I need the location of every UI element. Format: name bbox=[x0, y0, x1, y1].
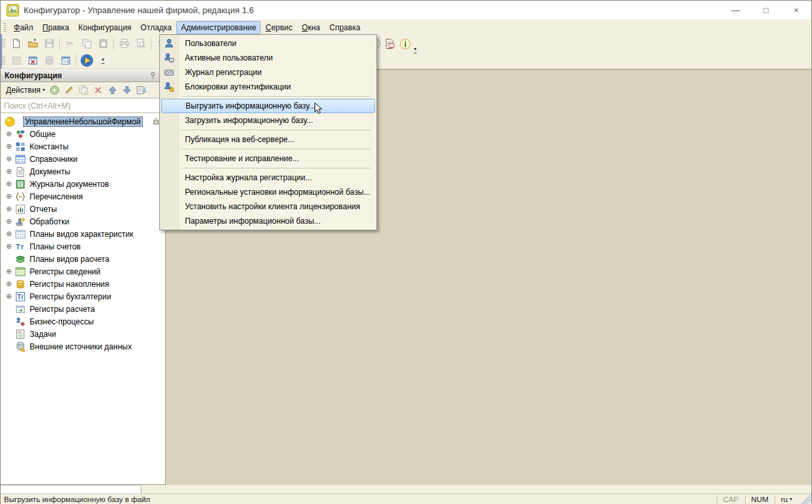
menu-item-dump-infobase[interactable]: Выгрузить информационную базу... bbox=[161, 99, 375, 113]
menu-item-restore-infobase[interactable]: Загрузить информационную базу... bbox=[160, 113, 376, 128]
form-button[interactable] bbox=[57, 53, 74, 68]
tree-item-constants[interactable]: ⊕Константы bbox=[1, 140, 165, 153]
search-row: × bbox=[1, 98, 165, 113]
menu-administration[interactable]: Администрирование bbox=[176, 21, 261, 34]
expand-icon[interactable]: ⊕ bbox=[6, 180, 15, 188]
move-up-button[interactable] bbox=[105, 84, 120, 96]
info-dropdown-button[interactable]: ▾ bbox=[414, 41, 417, 53]
toolbar-grip[interactable] bbox=[2, 39, 5, 48]
tree-item-charts-of-calculation-types[interactable]: Планы видов расчета bbox=[1, 253, 165, 265]
tree-item-information-registers[interactable]: ⊕Регистры сведений bbox=[1, 265, 165, 278]
start-debugging-button[interactable] bbox=[78, 53, 95, 68]
info-button[interactable] bbox=[399, 38, 411, 53]
tree-item-charts-of-characteristic-types[interactable]: ⊕Планы видов характеристик bbox=[1, 228, 165, 240]
expand-icon[interactable]: ⊕ bbox=[6, 167, 15, 176]
sort-button[interactable] bbox=[134, 84, 149, 96]
tree-item-data-processors[interactable]: ⊕Обработки bbox=[1, 215, 165, 228]
close-button[interactable]: × bbox=[781, 1, 811, 20]
language-selector[interactable]: ru▾ bbox=[774, 495, 798, 504]
tree-item-tasks[interactable]: Задачи bbox=[1, 328, 165, 340]
actions-menu-button[interactable]: Действия▾ bbox=[4, 84, 47, 96]
tree-item-accumulation-registers[interactable]: ⊕Регистры накопления bbox=[1, 278, 165, 290]
tree-item-accounting-registers[interactable]: ⊕ТгРегистры бухгалтерии bbox=[1, 290, 165, 303]
scissors-icon: ✂ bbox=[66, 38, 74, 49]
tree-item-external-data-sources[interactable]: Внешние источники данных bbox=[1, 340, 165, 353]
menu-item-web-publishing[interactable]: Публикация на веб-сервере... bbox=[160, 132, 376, 147]
menu-service[interactable]: Сервис bbox=[261, 21, 297, 34]
maximize-button[interactable]: □ bbox=[751, 1, 781, 20]
delete-button[interactable] bbox=[91, 84, 105, 96]
menu-item-licensing-client-settings[interactable]: Установить настройки клиента лицензирова… bbox=[160, 199, 376, 214]
caps-lock-indicator: CAP bbox=[717, 495, 745, 504]
expand-icon[interactable]: ⊕ bbox=[6, 242, 15, 251]
expand-icon[interactable]: ⊕ bbox=[6, 217, 15, 226]
toolbar-grip[interactable] bbox=[2, 56, 5, 65]
lock-icon bbox=[153, 117, 159, 126]
menu-help[interactable]: Справка bbox=[324, 21, 365, 34]
tree-item-documents[interactable]: ⊕Документы bbox=[1, 165, 165, 178]
tree-item-document-journals[interactable]: ⊕Журналы документов bbox=[1, 178, 165, 190]
expand-icon[interactable]: ⊕ bbox=[6, 292, 15, 301]
menu-item-event-log-settings[interactable]: Настройка журнала регистрации... bbox=[160, 170, 376, 185]
tree-item-enums[interactable]: ⊕Перечисления bbox=[1, 190, 165, 203]
tree-item-business-processes[interactable]: Бизнес-процессы bbox=[1, 315, 165, 328]
menu-item-active-users[interactable]: Активные пользователи bbox=[160, 51, 376, 65]
menu-windows[interactable]: Окна bbox=[297, 21, 325, 34]
menu-item-users[interactable]: Пользователи bbox=[160, 36, 376, 51]
cut-button[interactable]: ✂ bbox=[62, 36, 78, 51]
tree-item-calculation-registers[interactable]: Регистры расчета bbox=[1, 303, 165, 315]
expand-icon[interactable]: ⊕ bbox=[6, 192, 15, 201]
tree-root-item[interactable]: УправлениеНебольшойФирмой bbox=[1, 115, 165, 128]
save-button[interactable] bbox=[41, 36, 57, 51]
expand-icon[interactable]: ⊕ bbox=[6, 130, 15, 138]
expand-icon[interactable]: ⊕ bbox=[6, 205, 15, 213]
open-button[interactable] bbox=[24, 36, 41, 51]
menu-item-auth-locks[interactable]: Блокировки аутентификации bbox=[160, 80, 376, 94]
expand-icon[interactable]: ⊕ bbox=[6, 230, 15, 238]
paste-button[interactable] bbox=[95, 36, 111, 51]
pin-icon[interactable] bbox=[150, 70, 156, 82]
expand-icon[interactable]: ⊕ bbox=[6, 267, 15, 276]
open-configuration-button[interactable] bbox=[8, 53, 24, 68]
debug-dropdown-button[interactable]: ▾ bbox=[95, 53, 111, 68]
characteristic-types-icon bbox=[15, 229, 26, 239]
tree-root-label: УправлениеНебольшойФирмой bbox=[23, 116, 143, 127]
accounting-registers-icon: Тг bbox=[15, 291, 26, 302]
menu-item-event-log[interactable]: Журнал регистрации bbox=[160, 65, 376, 80]
copy-button[interactable] bbox=[78, 36, 95, 51]
close-configuration-button[interactable] bbox=[24, 53, 41, 68]
syntax-check-button[interactable] bbox=[384, 38, 395, 53]
add-button[interactable] bbox=[47, 84, 62, 96]
catalogs-icon bbox=[15, 154, 26, 164]
tree-item-common[interactable]: ⊕Общие bbox=[1, 128, 165, 140]
edit-button[interactable] bbox=[62, 84, 76, 96]
tree-item-catalogs[interactable]: ⊕Справочники bbox=[1, 153, 165, 165]
event-log-icon bbox=[164, 67, 174, 78]
search-input[interactable] bbox=[1, 98, 165, 113]
menu-item-regional-settings[interactable]: Региональные установки информационной ба… bbox=[160, 185, 376, 199]
menu-edit[interactable]: Правка bbox=[38, 21, 74, 34]
duplicate-button[interactable] bbox=[76, 84, 91, 96]
expand-icon[interactable]: ⊕ bbox=[6, 155, 15, 163]
new-document-button[interactable] bbox=[8, 36, 24, 51]
menu-item-verify-and-repair[interactable]: Тестирование и исправление... bbox=[160, 151, 376, 166]
menu-file[interactable]: Файл bbox=[9, 21, 38, 34]
print-preview-button[interactable] bbox=[132, 36, 149, 51]
move-down-button[interactable] bbox=[120, 84, 134, 96]
configuration-tree: УправлениеНебольшойФирмой ⊕Общие ⊕Конста… bbox=[1, 113, 165, 484]
tree-item-charts-of-accounts[interactable]: ⊕ТтПланы счетов bbox=[1, 240, 165, 253]
user-icon bbox=[164, 38, 174, 49]
menu-debug[interactable]: Отладка bbox=[136, 21, 176, 34]
menu-separator bbox=[182, 149, 371, 149]
tree-item-reports[interactable]: ⊕Отчеты bbox=[1, 203, 165, 215]
database-configuration-button[interactable] bbox=[41, 53, 57, 68]
expand-icon[interactable]: ⊕ bbox=[6, 280, 15, 288]
menu-configuration[interactable]: Конфигурация bbox=[74, 21, 136, 34]
resize-grip[interactable] bbox=[801, 495, 811, 504]
expand-icon[interactable]: ⊕ bbox=[6, 142, 15, 151]
business-processes-icon bbox=[15, 316, 26, 327]
toolbar-grip[interactable] bbox=[3, 23, 7, 32]
print-button[interactable] bbox=[116, 36, 132, 51]
minimize-button[interactable]: — bbox=[721, 1, 751, 20]
menu-item-infobase-parameters[interactable]: Параметры информационной базы... bbox=[160, 214, 376, 228]
